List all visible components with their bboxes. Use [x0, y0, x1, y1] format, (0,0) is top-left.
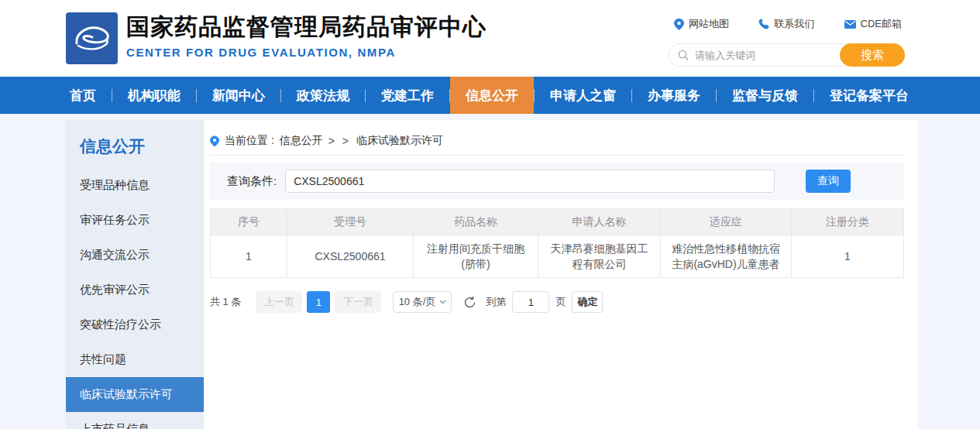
page-size-value: 10 条/页	[399, 295, 436, 309]
site-title: 国家药品监督管理局药品审评中心	[126, 14, 487, 40]
cell-drug-name: 注射用间充质干细胞(脐带)	[414, 235, 538, 278]
col-drug-name: 药品名称	[414, 209, 538, 235]
cell-indication: 难治性急性移植物抗宿主病(aGvHD)儿童患者	[661, 235, 792, 278]
cde-logo	[66, 12, 118, 64]
location-pin-icon	[674, 19, 684, 30]
sitemap-label: 网站地图	[689, 17, 729, 31]
phone-icon	[758, 19, 769, 29]
nav-item-services[interactable]: 办事服务	[632, 77, 716, 114]
results-table: 序号 受理号 药品名称 申请人名称 适应症 注册分类 1 CXSL2500661…	[210, 208, 904, 278]
table-header-row: 序号 受理号 药品名称 申请人名称 适应症 注册分类	[211, 209, 904, 235]
page-size-select[interactable]: 10 条/页	[393, 291, 452, 313]
refresh-icon	[463, 296, 476, 309]
search-button[interactable]: 搜索	[840, 43, 905, 67]
refresh-control[interactable]	[463, 296, 476, 309]
next-page-button[interactable]: 下一页	[335, 291, 381, 313]
envelope-icon	[844, 20, 856, 29]
col-acceptance-no: 受理号	[287, 209, 414, 235]
query-input[interactable]	[285, 170, 775, 193]
cell-acceptance-no: CXSL2500661	[287, 235, 414, 278]
query-label: 查询条件:	[227, 174, 277, 189]
sidebar-item-review-tasks[interactable]: 审评任务公示	[66, 203, 204, 238]
col-registration-class: 注册分类	[792, 209, 904, 235]
sidebar: 信息公开 受理品种信息 审评任务公示 沟通交流公示 优先审评公示 突破性治疗公示…	[66, 120, 204, 429]
sidebar-item-breakthrough-therapy[interactable]: 突破性治疗公示	[66, 307, 204, 342]
cde-mail-label: CDE邮箱	[861, 17, 902, 31]
goto-confirm-button[interactable]: 确定	[572, 291, 603, 313]
breadcrumb-pin-icon	[210, 136, 219, 147]
nav-item-policies[interactable]: 政策法规	[281, 77, 365, 114]
search-icon	[678, 50, 689, 61]
content-wrapper: 信息公开 受理品种信息 审评任务公示 沟通交流公示 优先审评公示 突破性治疗公示…	[66, 120, 918, 429]
swan-logo-icon	[72, 22, 112, 56]
goto-prefix: 到第	[486, 295, 506, 309]
col-applicant-name: 申请人名称	[538, 209, 661, 235]
sidebar-item-accepted-varieties[interactable]: 受理品种信息	[66, 168, 204, 203]
sidebar-item-marketed-drugs[interactable]: 上市药品信息	[66, 412, 204, 429]
sidebar-item-priority-review[interactable]: 优先审评公示	[66, 273, 204, 307]
query-bar: 查询条件: 查询	[210, 163, 904, 200]
sitemap-link[interactable]: 网站地图	[674, 17, 729, 31]
nav-item-applicant-window[interactable]: 申请人之窗	[535, 77, 631, 114]
col-indication: 适应症	[661, 209, 792, 235]
nav-item-home[interactable]: 首页	[54, 77, 112, 114]
main-panel: 当前位置 : 信息公开 > > 临床试验默示许可 查询条件: 查询 序号 受理号…	[204, 120, 918, 429]
site-header: 国家药品监督管理局药品审评中心 CENTER FOR DRUG EVALUATI…	[0, 0, 980, 77]
breadcrumb: 当前位置 : 信息公开 > > 临床试验默示许可	[210, 134, 904, 156]
pagination-total: 共 1 条	[210, 295, 241, 309]
nav-item-functions[interactable]: 机构职能	[112, 77, 196, 114]
nav-item-party[interactable]: 党建工作	[366, 77, 449, 114]
cell-registration-class: 1	[792, 235, 904, 278]
sidebar-item-clinical-trial-implied-license[interactable]: 临床试验默示许可	[66, 377, 204, 412]
main-nav: 首页 机构职能 新闻中心 政策法规 党建工作 信息公开 申请人之窗 办事服务 监…	[0, 77, 980, 114]
chevron-down-icon	[439, 300, 446, 304]
query-button[interactable]: 查询	[806, 170, 851, 193]
breadcrumb-section[interactable]: 信息公开	[280, 134, 323, 148]
nav-item-supervision[interactable]: 监督与反馈	[717, 77, 813, 114]
table-row: 1 CXSL2500661 注射用间充质干细胞(脐带) 天津昂赛细胞基因工程有限…	[211, 235, 904, 278]
page-number-1[interactable]: 1	[307, 291, 330, 313]
goto-page-input[interactable]	[512, 291, 549, 313]
breadcrumb-prefix: 当前位置 :	[225, 134, 274, 148]
prev-page-button[interactable]: 上一页	[256, 291, 302, 313]
cde-mail-link[interactable]: CDE邮箱	[844, 17, 902, 31]
header-quick-links: 网站地图 联系我们 CDE邮箱	[668, 17, 905, 31]
pagination: 共 1 条 上一页 1 下一页 10 条/页 到第 页 确定	[210, 291, 904, 313]
breadcrumb-separator: > >	[328, 135, 351, 147]
site-subtitle: CENTER FOR DRUG EVALUATION, NMPA	[126, 46, 487, 59]
cell-seq: 1	[211, 235, 287, 278]
contact-link[interactable]: 联系我们	[758, 17, 814, 31]
sidebar-item-common-issues[interactable]: 共性问题	[66, 342, 204, 377]
site-search: 搜索	[668, 43, 905, 67]
nav-item-registration-platform[interactable]: 登记备案平台	[814, 77, 924, 114]
sidebar-title: 信息公开	[66, 136, 204, 168]
sidebar-item-communication[interactable]: 沟通交流公示	[66, 238, 204, 273]
contact-label: 联系我们	[774, 17, 814, 31]
nav-item-news[interactable]: 新闻中心	[197, 77, 280, 114]
nav-item-info-disclosure[interactable]: 信息公开	[450, 77, 534, 114]
breadcrumb-current: 临床试验默示许可	[356, 134, 443, 148]
cell-applicant-name: 天津昂赛细胞基因工程有限公司	[538, 235, 661, 278]
col-seq: 序号	[211, 209, 287, 235]
goto-suffix: 页	[555, 295, 566, 309]
